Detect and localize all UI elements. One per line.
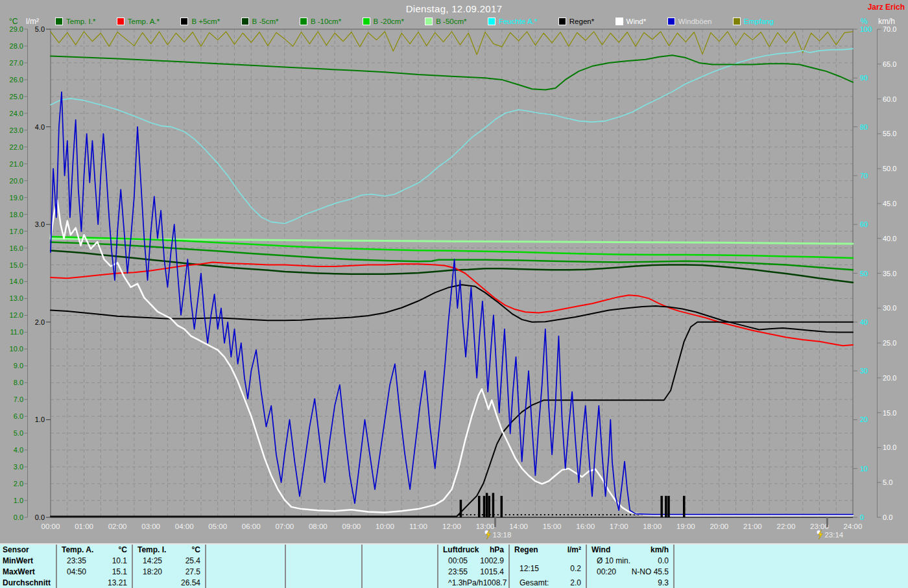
hour-tick-label: 18:00 (643, 523, 662, 530)
temp-axis-tick-label: 18.0 (10, 211, 23, 218)
temp-axis-tick-label: 13.0 (10, 294, 23, 302)
wind-axis-tick-label: 55.0 (883, 130, 896, 137)
value-number: 27.5 (185, 567, 200, 577)
wind-axis-tick-label: 20.0 (883, 374, 896, 382)
value-number: 15.1 (112, 567, 127, 577)
value-time: Ø 10 min. (591, 556, 630, 566)
value-time (62, 578, 67, 588)
temp-axis-tick-label: 28.0 (10, 42, 23, 50)
table-sensor-column (675, 545, 908, 588)
wind-axis-tick-label: 25.0 (883, 339, 896, 347)
sensor-name: Wind (591, 545, 610, 555)
temp-axis-tick-label: 5.0 (14, 429, 23, 437)
wind-axis-tick-label: 10.0 (883, 443, 896, 451)
event-marker-time: 13:18 (493, 531, 512, 539)
humidity-axis-tick-label: 20 (860, 416, 868, 423)
temp-axis-tick-label: 6.0 (14, 412, 23, 420)
table-sensor-column (286, 545, 363, 588)
wind-axis-tick-label: 35.0 (883, 270, 896, 277)
humidity-axis-tick-label: 50 (860, 270, 868, 277)
temp-axis-tick-label: 4.0 (14, 446, 23, 454)
sensor-unit: km/h (651, 545, 669, 555)
humidity-axis-tick-label: 60 (860, 220, 868, 228)
rain-axis-tick-label: 0.0 (35, 513, 45, 521)
value-time: 14:25 (137, 556, 162, 566)
humidity-axis-tick-label: 80 (860, 123, 868, 131)
hour-tick-label: 05:00 (208, 523, 227, 530)
temp-axis-tick-label: 19.0 (10, 194, 23, 202)
hour-tick-label: 10:00 (376, 523, 394, 530)
hour-tick-label: 06:00 (242, 523, 261, 530)
plot-area[interactable] (51, 29, 853, 517)
table-row-labels-column: SensorMinWertMaxWertDurchschnitt (0, 545, 57, 588)
temp-axis-tick-label: 8.0 (14, 379, 23, 386)
table-row-label: MinWert (0, 556, 56, 566)
weather-station-window: Dienstag, 12.09.2017 Jarz Erich °C l/m² … (0, 0, 908, 588)
sensor-unit: °C (192, 545, 200, 555)
temp-axis-tick-label: 20.0 (10, 177, 23, 185)
temp-axis-tick-label: 21.0 (10, 160, 23, 168)
temp-axis-tick-label: 22.0 (10, 143, 23, 151)
value-number: 26.54 (181, 578, 200, 588)
temp-axis-tick-label: 24.0 (10, 110, 23, 117)
value-time: 23:55 (443, 567, 468, 577)
hour-tick-label: 23:00 (810, 523, 829, 530)
humidity-axis-tick-label: 90 (860, 74, 868, 82)
hour-tick-label: 09:00 (342, 523, 361, 530)
wind-axis-tick-label: 60.0 (883, 95, 896, 103)
hour-tick-label: 17:00 (610, 523, 628, 530)
sensor-name: Luftdruck (443, 545, 479, 555)
value-number: 0.0 (658, 556, 669, 566)
temp-axis-tick-label: 16.0 (10, 244, 23, 252)
temp-axis-tick-label: 27.0 (10, 59, 23, 67)
value-number: 1015.4 (480, 567, 504, 577)
value-time: 12:15 (514, 564, 539, 574)
hour-tick-label: 19:00 (676, 523, 695, 530)
humidity-axis-tick-label: 70 (860, 172, 868, 180)
wind-axis-tick-label: 50.0 (883, 165, 896, 172)
hour-tick-label: 21:00 (743, 523, 762, 530)
table-sensor-column: Regenl/m²12:150.2Gesamt:2.0 (510, 545, 587, 588)
temp-axis-tick-label: 25.0 (10, 93, 23, 100)
table-sensor-column: Windkm/hØ 10 min.0.000:20N-NO 45.59.3 (587, 545, 675, 588)
value-time: 04:50 (62, 567, 86, 577)
value-number: 1002.9 (480, 556, 504, 566)
rain-axis-tick-label: 1.0 (35, 416, 45, 423)
temp-axis-tick-label: 7.0 (14, 395, 23, 403)
temp-axis-tick-label: 10.0 (10, 345, 23, 353)
temp-axis-tick-label: 26.0 (10, 76, 23, 84)
humidity-axis-tick-label: 100 (860, 25, 872, 33)
hour-tick-label: 00:00 (42, 523, 60, 530)
value-time: 00:20 (591, 567, 616, 577)
temp-axis-tick-label: 2.0 (14, 480, 23, 488)
temp-axis-tick-label: 29.0 (10, 25, 23, 33)
hour-tick-label: 13:00 (476, 523, 495, 530)
temp-axis-tick-label: 3.0 (14, 463, 23, 471)
sensor-name: Temp. I. (137, 545, 166, 555)
value-time (137, 578, 143, 588)
rain-axis-tick-label: 3.0 (35, 220, 45, 228)
hour-tick-label: 03:00 (141, 523, 160, 530)
wind-axis-tick-label: 30.0 (883, 304, 896, 312)
hour-tick-label: 14:00 (509, 523, 528, 530)
table-row-label: MaxWert (0, 567, 56, 577)
humidity-axis-tick-label: 40 (860, 318, 868, 326)
wind-axis-tick-label: 70.0 (883, 25, 896, 33)
value-number: 10.1 (112, 556, 127, 566)
value-time (591, 578, 597, 588)
temp-axis-tick-label: 23.0 (10, 126, 23, 134)
wind-axis-tick-label: 5.0 (883, 478, 892, 486)
humidity-axis-tick-label: 30 (860, 367, 868, 375)
temp-axis-tick-label: 17.0 (10, 228, 23, 235)
value-number: 2.0 (570, 578, 581, 588)
hour-tick-label: 04:00 (175, 523, 194, 530)
wind-axis-tick-label: 0.0 (883, 513, 892, 521)
value-time: ^1.3hPa/h (443, 578, 483, 588)
table-sensor-column (363, 545, 438, 588)
hour-tick-label: 22:00 (777, 523, 796, 530)
hour-tick-label: 11:00 (409, 523, 427, 530)
rain-axis-tick-label: 5.0 (35, 25, 45, 33)
temp-axis-tick-label: 9.0 (14, 362, 23, 370)
sensor-name: Temp. A. (62, 545, 93, 555)
sensor-unit: hPa (490, 545, 504, 555)
